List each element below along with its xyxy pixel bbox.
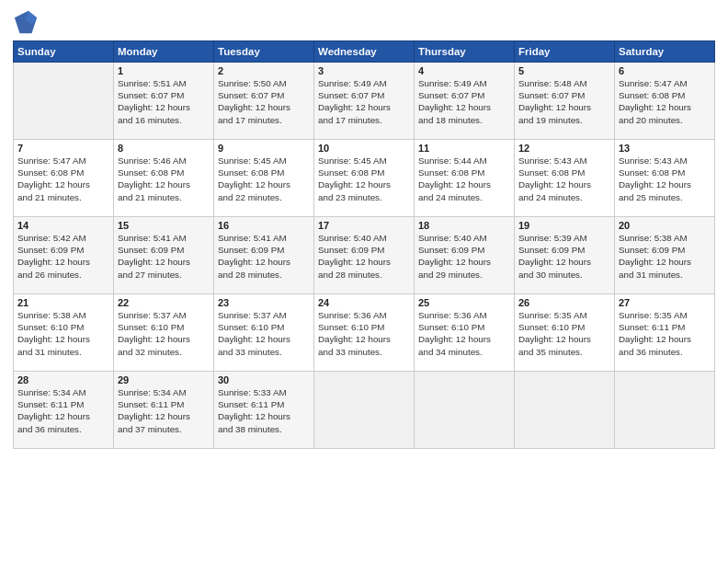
day-detail: Sunrise: 5:43 AM Sunset: 6:08 PM Dayligh… xyxy=(619,155,711,203)
day-number: 11 xyxy=(418,143,510,154)
day-number: 24 xyxy=(318,297,410,308)
week-row-3: 14Sunrise: 5:42 AM Sunset: 6:09 PM Dayli… xyxy=(14,217,715,294)
calendar-cell: 19Sunrise: 5:39 AM Sunset: 6:09 PM Dayli… xyxy=(515,217,615,294)
day-detail: Sunrise: 5:37 AM Sunset: 6:10 PM Dayligh… xyxy=(118,309,210,358)
week-row-2: 7Sunrise: 5:47 AM Sunset: 6:08 PM Daylig… xyxy=(14,140,715,217)
day-number: 13 xyxy=(619,143,711,154)
day-detail: Sunrise: 5:34 AM Sunset: 6:11 PM Dayligh… xyxy=(17,386,109,435)
day-number: 25 xyxy=(418,297,510,308)
day-number: 14 xyxy=(17,220,109,231)
week-row-1: 1Sunrise: 5:51 AM Sunset: 6:07 PM Daylig… xyxy=(14,63,715,140)
day-detail: Sunrise: 5:49 AM Sunset: 6:07 PM Dayligh… xyxy=(418,77,510,126)
col-header-tuesday: Tuesday xyxy=(214,41,314,63)
day-number: 16 xyxy=(218,220,310,231)
calendar-cell: 13Sunrise: 5:43 AM Sunset: 6:08 PM Dayli… xyxy=(615,140,715,217)
calendar-cell: 28Sunrise: 5:34 AM Sunset: 6:11 PM Dayli… xyxy=(14,372,114,449)
day-detail: Sunrise: 5:34 AM Sunset: 6:11 PM Dayligh… xyxy=(118,386,210,435)
general-blue-icon xyxy=(13,9,39,35)
day-number: 8 xyxy=(118,143,210,154)
day-detail: Sunrise: 5:44 AM Sunset: 6:08 PM Dayligh… xyxy=(418,155,510,203)
calendar-cell: 16Sunrise: 5:41 AM Sunset: 6:09 PM Dayli… xyxy=(214,217,314,294)
day-detail: Sunrise: 5:35 AM Sunset: 6:10 PM Dayligh… xyxy=(518,309,610,358)
day-detail: Sunrise: 5:42 AM Sunset: 6:09 PM Dayligh… xyxy=(17,232,109,281)
day-number: 6 xyxy=(619,65,711,76)
calendar-cell xyxy=(415,372,515,449)
day-number: 9 xyxy=(218,143,310,154)
calendar-cell: 24Sunrise: 5:36 AM Sunset: 6:10 PM Dayli… xyxy=(314,294,415,372)
day-number: 10 xyxy=(318,143,410,154)
calendar-cell: 4Sunrise: 5:49 AM Sunset: 6:07 PM Daylig… xyxy=(415,63,515,140)
day-number: 21 xyxy=(17,297,109,308)
day-number: 20 xyxy=(619,220,711,231)
calendar-cell: 21Sunrise: 5:38 AM Sunset: 6:10 PM Dayli… xyxy=(14,294,114,372)
day-detail: Sunrise: 5:45 AM Sunset: 6:08 PM Dayligh… xyxy=(218,155,310,203)
col-header-monday: Monday xyxy=(114,41,214,63)
col-header-wednesday: Wednesday xyxy=(314,41,415,63)
header-row: SundayMondayTuesdayWednesdayThursdayFrid… xyxy=(14,41,715,63)
week-row-5: 28Sunrise: 5:34 AM Sunset: 6:11 PM Dayli… xyxy=(14,372,715,449)
day-number: 5 xyxy=(518,65,610,76)
day-number: 29 xyxy=(118,374,210,385)
calendar-cell xyxy=(314,372,415,449)
calendar-cell: 6Sunrise: 5:47 AM Sunset: 6:08 PM Daylig… xyxy=(615,63,715,140)
day-number: 27 xyxy=(619,297,711,308)
day-number: 26 xyxy=(518,297,610,308)
calendar-cell: 5Sunrise: 5:48 AM Sunset: 6:07 PM Daylig… xyxy=(515,63,615,140)
calendar-cell: 25Sunrise: 5:36 AM Sunset: 6:10 PM Dayli… xyxy=(415,294,515,372)
day-number: 3 xyxy=(318,65,410,76)
calendar-cell: 15Sunrise: 5:41 AM Sunset: 6:09 PM Dayli… xyxy=(114,217,214,294)
calendar-cell: 3Sunrise: 5:49 AM Sunset: 6:07 PM Daylig… xyxy=(314,63,415,140)
calendar-cell xyxy=(515,372,615,449)
col-header-thursday: Thursday xyxy=(415,41,515,63)
col-header-saturday: Saturday xyxy=(615,41,715,63)
day-number: 7 xyxy=(17,143,109,154)
day-detail: Sunrise: 5:45 AM Sunset: 6:08 PM Dayligh… xyxy=(318,155,410,203)
page-header xyxy=(13,9,715,35)
calendar-cell: 2Sunrise: 5:50 AM Sunset: 6:07 PM Daylig… xyxy=(214,63,314,140)
day-detail: Sunrise: 5:47 AM Sunset: 6:08 PM Dayligh… xyxy=(619,77,711,126)
calendar-cell: 22Sunrise: 5:37 AM Sunset: 6:10 PM Dayli… xyxy=(114,294,214,372)
calendar-cell: 20Sunrise: 5:38 AM Sunset: 6:09 PM Dayli… xyxy=(615,217,715,294)
calendar-cell: 23Sunrise: 5:37 AM Sunset: 6:10 PM Dayli… xyxy=(214,294,314,372)
day-detail: Sunrise: 5:48 AM Sunset: 6:07 PM Dayligh… xyxy=(518,77,610,126)
day-number: 2 xyxy=(218,65,310,76)
calendar-cell: 17Sunrise: 5:40 AM Sunset: 6:09 PM Dayli… xyxy=(314,217,415,294)
calendar-page: SundayMondayTuesdayWednesdayThursdayFrid… xyxy=(0,0,728,563)
day-number: 15 xyxy=(118,220,210,231)
day-detail: Sunrise: 5:36 AM Sunset: 6:10 PM Dayligh… xyxy=(418,309,510,358)
day-detail: Sunrise: 5:50 AM Sunset: 6:07 PM Dayligh… xyxy=(218,77,310,126)
calendar-cell: 8Sunrise: 5:46 AM Sunset: 6:08 PM Daylig… xyxy=(114,140,214,217)
day-detail: Sunrise: 5:41 AM Sunset: 6:09 PM Dayligh… xyxy=(218,232,310,281)
logo xyxy=(13,9,42,35)
day-detail: Sunrise: 5:39 AM Sunset: 6:09 PM Dayligh… xyxy=(518,232,610,281)
day-detail: Sunrise: 5:43 AM Sunset: 6:08 PM Dayligh… xyxy=(518,155,610,203)
calendar-cell: 7Sunrise: 5:47 AM Sunset: 6:08 PM Daylig… xyxy=(14,140,114,217)
day-detail: Sunrise: 5:46 AM Sunset: 6:08 PM Dayligh… xyxy=(118,155,210,203)
calendar-cell: 11Sunrise: 5:44 AM Sunset: 6:08 PM Dayli… xyxy=(415,140,515,217)
day-detail: Sunrise: 5:49 AM Sunset: 6:07 PM Dayligh… xyxy=(318,77,410,126)
day-detail: Sunrise: 5:47 AM Sunset: 6:08 PM Dayligh… xyxy=(17,155,109,203)
week-row-4: 21Sunrise: 5:38 AM Sunset: 6:10 PM Dayli… xyxy=(14,294,715,372)
day-detail: Sunrise: 5:38 AM Sunset: 6:09 PM Dayligh… xyxy=(619,232,711,281)
calendar-cell: 26Sunrise: 5:35 AM Sunset: 6:10 PM Dayli… xyxy=(515,294,615,372)
day-number: 4 xyxy=(418,65,510,76)
calendar-cell: 18Sunrise: 5:40 AM Sunset: 6:09 PM Dayli… xyxy=(415,217,515,294)
calendar-cell xyxy=(14,63,114,140)
day-number: 23 xyxy=(218,297,310,308)
day-number: 17 xyxy=(318,220,410,231)
day-number: 1 xyxy=(118,65,210,76)
day-number: 28 xyxy=(17,374,109,385)
calendar-cell: 14Sunrise: 5:42 AM Sunset: 6:09 PM Dayli… xyxy=(14,217,114,294)
calendar-cell: 10Sunrise: 5:45 AM Sunset: 6:08 PM Dayli… xyxy=(314,140,415,217)
day-number: 22 xyxy=(118,297,210,308)
day-detail: Sunrise: 5:40 AM Sunset: 6:09 PM Dayligh… xyxy=(318,232,410,281)
day-number: 12 xyxy=(518,143,610,154)
day-detail: Sunrise: 5:36 AM Sunset: 6:10 PM Dayligh… xyxy=(318,309,410,358)
calendar-table: SundayMondayTuesdayWednesdayThursdayFrid… xyxy=(13,40,715,449)
calendar-cell: 29Sunrise: 5:34 AM Sunset: 6:11 PM Dayli… xyxy=(114,372,214,449)
day-detail: Sunrise: 5:41 AM Sunset: 6:09 PM Dayligh… xyxy=(118,232,210,281)
day-number: 18 xyxy=(418,220,510,231)
col-header-friday: Friday xyxy=(515,41,615,63)
day-detail: Sunrise: 5:35 AM Sunset: 6:11 PM Dayligh… xyxy=(619,309,711,358)
calendar-cell: 1Sunrise: 5:51 AM Sunset: 6:07 PM Daylig… xyxy=(114,63,214,140)
